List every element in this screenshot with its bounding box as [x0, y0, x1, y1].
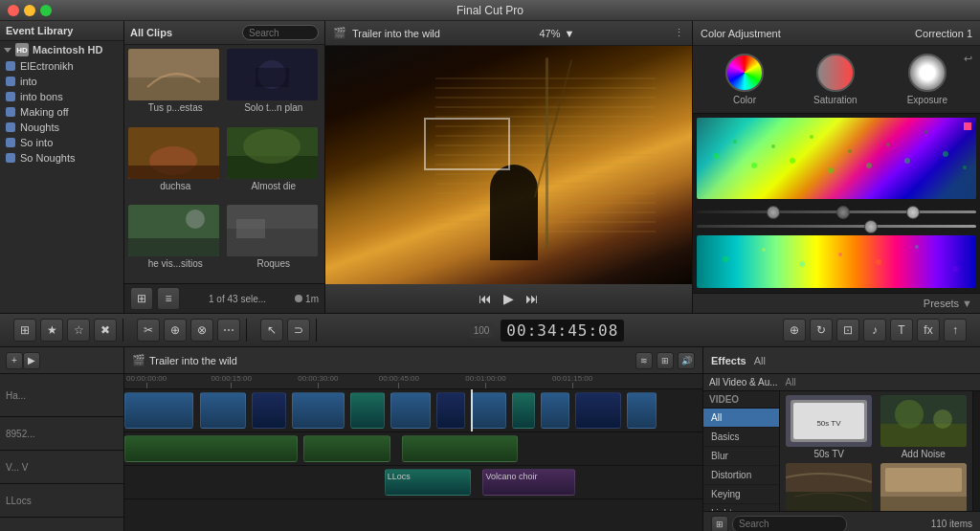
toolbar-btn-2[interactable]: ★	[40, 319, 63, 342]
toolbar-connect-btn[interactable]: ⊗	[190, 319, 213, 342]
slider-track-2[interactable]	[697, 225, 976, 228]
share-btn[interactable]: ↑	[944, 319, 967, 342]
library-item-so-into[interactable]: So into	[0, 135, 123, 150]
effects-tab-all-video[interactable]: All Video & Au...	[709, 377, 778, 387]
effects-scrollbar[interactable]	[972, 391, 980, 511]
zoom-btn[interactable]: ⊕	[783, 319, 806, 342]
audio-clip[interactable]	[303, 435, 390, 462]
timeline-ctrl-3[interactable]: 🔊	[678, 352, 695, 369]
effects-count: 110 items	[931, 519, 972, 529]
clip-block[interactable]	[541, 392, 569, 429]
named-clip-llocs[interactable]: LLocs	[385, 469, 472, 496]
timeline-ctrl-1[interactable]: ≋	[635, 352, 653, 369]
effects-tab-all[interactable]: All	[786, 377, 796, 387]
clip-block[interactable]	[471, 392, 505, 429]
effects-category-basics[interactable]: Basics	[703, 428, 779, 447]
color-wheel-tool[interactable]: Color	[725, 54, 764, 105]
timeline-add-btn[interactable]: +	[6, 352, 23, 369]
clip-block[interactable]	[200, 392, 246, 429]
clip-item[interactable]: Solo t...n plan	[227, 49, 322, 123]
grid-view-button[interactable]: ⊞	[130, 287, 153, 310]
slider-handle-4[interactable]	[864, 220, 878, 233]
slider-track-1[interactable]	[697, 210, 976, 213]
library-item-making-off[interactable]: Making off	[0, 104, 123, 120]
music-btn[interactable]: ♪	[863, 319, 886, 342]
clip-block[interactable]	[390, 392, 431, 429]
rotate-btn[interactable]: ↻	[810, 319, 833, 342]
effects-category-distortion[interactable]: Distortion	[703, 466, 779, 485]
effects-search-input[interactable]	[732, 516, 847, 532]
effect-item-noise[interactable]: Add Noise	[879, 395, 969, 459]
timeline-ctrl-2[interactable]: ⊞	[657, 352, 674, 369]
slider-row-2	[697, 221, 976, 232]
library-item-electronikh[interactable]: ElEctronikh	[0, 58, 123, 74]
svg-rect-16	[236, 219, 265, 238]
toolbar-more-btn[interactable]: ⋯	[217, 319, 240, 342]
viewer-options[interactable]: ⋮	[674, 27, 684, 39]
effect-label: Add Noise	[902, 449, 946, 459]
exposure-tool[interactable]: Exposure	[907, 54, 947, 105]
clip-item[interactable]: Roques	[227, 205, 322, 279]
library-item-into-bons[interactable]: into bons	[0, 89, 123, 104]
play-button[interactable]: ▶	[503, 291, 514, 306]
clip-block[interactable]	[575, 392, 621, 429]
clip-item[interactable]: duchsa	[128, 127, 223, 202]
library-item-noughts[interactable]: Noughts	[0, 120, 123, 135]
toolbar-insert-btn[interactable]: ⊕	[164, 319, 187, 342]
effects-btn[interactable]: fx	[917, 319, 940, 342]
zoom-dropdown-icon[interactable]: ▼	[565, 28, 575, 39]
clip-block[interactable]	[512, 392, 535, 429]
presets-button[interactable]: Presets	[924, 298, 959, 309]
clip-item[interactable]: Tus p...estas	[128, 49, 223, 123]
list-view-button[interactable]: ≡	[157, 287, 180, 310]
audio-clip[interactable]	[124, 435, 298, 462]
saturation-tool[interactable]: Saturation	[813, 54, 858, 105]
presets-dropdown-icon[interactable]: ▼	[962, 298, 972, 309]
named-clip-volcano[interactable]: Volcano choir	[482, 469, 575, 496]
toolbar-btn-3[interactable]: ☆	[67, 319, 90, 342]
effects-title: Effects	[711, 355, 746, 366]
library-section-hd[interactable]: HD Macintosh HD	[0, 41, 123, 58]
close-button[interactable]	[8, 5, 19, 16]
trim-tool-btn[interactable]: ⊃	[287, 319, 310, 342]
effects-all-label[interactable]: All	[754, 355, 766, 366]
toolbar-btn-1[interactable]: ⊞	[13, 319, 36, 342]
clip-block[interactable]	[350, 392, 385, 429]
toolbar-clip-btn[interactable]: ✂	[137, 319, 160, 342]
effects-grid-btn[interactable]: ⊞	[711, 516, 728, 532]
slider-handle-2[interactable]	[836, 206, 850, 219]
slider-handle-1[interactable]	[767, 206, 780, 219]
effect-item-50stv[interactable]: 50s TV 50s TV	[784, 395, 875, 459]
clip-item[interactable]: Almost die	[227, 127, 322, 202]
clip-block[interactable]	[436, 392, 465, 429]
skip-forward-button[interactable]: ⏭	[525, 291, 539, 306]
minimize-button[interactable]	[24, 5, 35, 16]
svg-point-28	[924, 130, 928, 134]
clip-block[interactable]	[252, 392, 286, 429]
audio-clip[interactable]	[402, 435, 518, 462]
clip-item[interactable]: he vis...sitios	[128, 205, 223, 279]
skip-back-button[interactable]: ⏮	[479, 291, 492, 306]
reset-button[interactable]: ↩	[964, 53, 972, 65]
effects-category-blur[interactable]: Blur	[703, 447, 779, 466]
effects-category-all[interactable]: All	[703, 409, 779, 428]
toolbar-btn-4[interactable]: ✖	[94, 319, 117, 342]
viewer-zoom-area[interactable]: 47% ▼	[539, 28, 574, 39]
effect-item-aged-film[interactable]: Aged Film	[784, 463, 875, 511]
maximize-button[interactable]	[40, 5, 52, 16]
library-item-so-noughts[interactable]: So Noughts	[0, 150, 123, 166]
effect-item-aged-paper[interactable]: Aged Paper	[879, 463, 969, 511]
slider-handle-3[interactable]	[906, 206, 920, 219]
effects-category-keying[interactable]: Keying	[703, 485, 779, 504]
clip-block[interactable]	[124, 392, 193, 429]
timeline-play-btn[interactable]: ▶	[23, 352, 40, 369]
crop-btn[interactable]: ⊡	[836, 319, 859, 342]
effects-category-light[interactable]: Light	[703, 504, 779, 511]
text-btn[interactable]: T	[890, 319, 913, 342]
select-tool-btn[interactable]: ↖	[260, 319, 283, 342]
clips-search-input[interactable]	[242, 25, 319, 40]
clip-block[interactable]	[292, 392, 344, 429]
clip-block[interactable]	[627, 392, 656, 429]
window-controls[interactable]	[8, 5, 52, 16]
library-item-into[interactable]: into	[0, 74, 123, 89]
